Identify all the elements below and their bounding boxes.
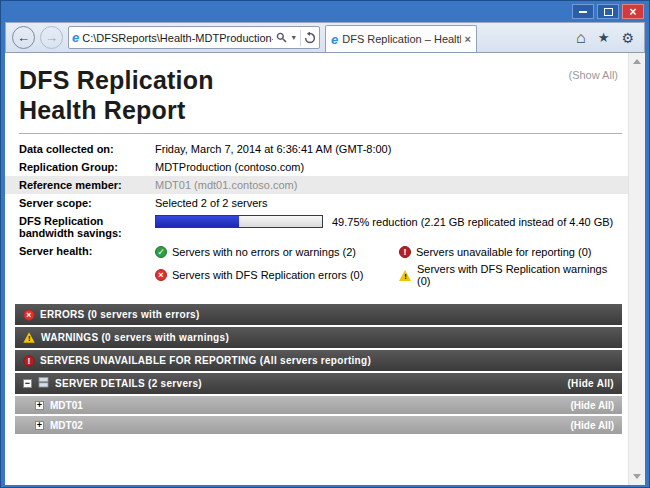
back-icon: ← (17, 30, 30, 45)
health-item-warning: ! Servers with DFS Replication warnings … (399, 263, 622, 287)
field-label: DFS Replication bandwidth savings: (5, 215, 155, 239)
tab-favicon: e (331, 33, 338, 46)
error-icon: × (155, 269, 167, 281)
field-value: MDT01 (mdt01.contoso.com) (155, 179, 628, 191)
section-bar-errors[interactable]: × ERRORS (0 servers with errors) (15, 304, 622, 325)
close-icon: × (629, 6, 636, 18)
forward-button[interactable]: → (40, 26, 63, 49)
server-row-mdt01[interactable]: + MDT01 (Hide All) (15, 396, 622, 414)
server-name: MDT01 (50, 400, 83, 411)
unavailable-icon: ! (23, 355, 34, 366)
scroll-down-icon (633, 474, 641, 479)
minimize-button[interactable] (572, 4, 594, 19)
show-all-link[interactable]: (Show All) (568, 69, 618, 81)
field-row-replication-group: Replication Group: MDTProduction (contos… (5, 158, 628, 176)
field-label: Replication Group: (5, 161, 155, 173)
page-icon: e (72, 31, 79, 44)
tools-button[interactable]: ⚙ (621, 31, 634, 45)
section-bar-warnings[interactable]: ! WARNINGS (0 servers with warnings) (15, 327, 622, 348)
server-name: MDT02 (50, 420, 83, 431)
server-row-mdt02[interactable]: + MDT02 (Hide All) (15, 416, 622, 434)
field-label: Server health: (5, 245, 155, 257)
scroll-up-button[interactable] (633, 53, 641, 70)
browser-tab[interactable]: e DFS Replication – Health Re... × (325, 25, 477, 52)
field-row-data-collected: Data collected on: Friday, March 7, 2014… (5, 140, 628, 158)
section-bar-server-details[interactable]: − SERVER DETAILS (2 servers) (Hide All) (15, 373, 622, 394)
tab-close-button[interactable]: × (465, 33, 471, 45)
scroll-down-button[interactable] (633, 468, 641, 485)
health-item-ok: ✓ Servers with no errors or warnings (2) (155, 246, 393, 258)
field-value: MDTProduction (contoso.com) (155, 161, 628, 173)
field-row-server-scope: Server scope: Selected 2 of 2 servers (5, 194, 628, 212)
address-bar[interactable]: e C:\DFSReports\Health-MDTProduction-07M… (68, 26, 320, 49)
hide-all-link[interactable]: (Hide All) (570, 420, 614, 431)
server-icon (38, 377, 49, 390)
tab-title: DFS Replication – Health Re... (342, 33, 460, 45)
section-title: SERVER DETAILS (2 servers) (55, 378, 202, 389)
page-content: DFS ReplicationHealth Report (Show All) … (5, 53, 645, 485)
browser-window: × ← → e C:\DFSReports\Health-MDTProducti… (0, 0, 650, 488)
section-bar-unavailable[interactable]: ! SERVERS UNAVAILABLE FOR REPORTING (All… (15, 350, 622, 371)
report-header: DFS ReplicationHealth Report (Show All) (5, 53, 628, 125)
home-button[interactable]: ⌂ (576, 30, 586, 46)
close-button[interactable]: × (622, 4, 644, 19)
hide-all-link[interactable]: (Hide All) (570, 400, 614, 411)
field-label: Reference member: (5, 179, 155, 191)
navigation-bar: ← → e C:\DFSReports\Health-MDTProduction… (5, 22, 645, 53)
expand-icon[interactable]: + (35, 421, 44, 430)
bandwidth-fill (156, 216, 239, 227)
field-label: Data collected on: (5, 143, 155, 155)
health-item-error: × Servers with DFS Replication errors (0… (155, 263, 393, 287)
favorites-button[interactable]: ★ (598, 31, 610, 44)
bandwidth-text: 49.75% reduction (2.21 GB replicated ins… (332, 216, 613, 228)
refresh-icon[interactable] (304, 32, 316, 44)
warning-icon: ! (23, 332, 35, 342)
health-text: Servers with no errors or warnings (2) (172, 246, 356, 258)
ok-icon: ✓ (155, 246, 167, 258)
address-dropdown-icon[interactable]: ▼ (290, 34, 297, 41)
health-text: Servers with DFS Replication errors (0) (172, 269, 363, 281)
health-text: Servers unavailable for reporting (0) (416, 246, 591, 258)
expand-icon[interactable]: + (35, 401, 44, 410)
error-icon: × (23, 309, 34, 320)
field-row-server-health: Server health: ✓ Servers with no errors … (5, 242, 628, 290)
collapse-icon[interactable]: − (23, 379, 32, 388)
header-divider (19, 133, 622, 134)
report-page: DFS ReplicationHealth Report (Show All) … (5, 53, 628, 485)
page-title: DFS ReplicationHealth Report (19, 65, 618, 125)
minimize-icon (579, 11, 587, 13)
address-url[interactable]: C:\DFSReports\Health-MDTProduction-07M (82, 32, 273, 44)
vertical-scrollbar[interactable] (628, 53, 645, 485)
hide-all-link[interactable]: (Hide All) (567, 378, 614, 389)
warning-icon: ! (399, 270, 412, 281)
field-label: Server scope: (5, 197, 155, 209)
unavailable-icon: ! (399, 246, 411, 258)
back-button[interactable]: ← (12, 26, 35, 49)
maximize-icon (604, 8, 613, 16)
forward-icon: → (45, 30, 58, 45)
section-title: WARNINGS (0 servers with warnings) (41, 332, 229, 343)
section-title: ERRORS (0 servers with errors) (40, 309, 200, 320)
browser-controls: ⌂ ★ ⚙ (576, 30, 638, 46)
scroll-up-icon (633, 59, 641, 64)
health-item-unavailable: ! Servers unavailable for reporting (0) (399, 246, 622, 258)
section-title: SERVERS UNAVAILABLE FOR REPORTING (All s… (40, 355, 371, 366)
bandwidth-bar (155, 215, 323, 228)
report-sections: × ERRORS (0 servers with errors) ! WARNI… (15, 304, 622, 434)
field-value: Selected 2 of 2 servers (155, 197, 628, 209)
field-row-reference-member: Reference member: MDT01 (mdt01.contoso.c… (5, 176, 628, 194)
titlebar[interactable]: × (5, 1, 645, 22)
maximize-button[interactable] (597, 4, 619, 19)
health-text: Servers with DFS Replication warnings (0… (417, 263, 622, 287)
health-grid: ✓ Servers with no errors or warnings (2)… (155, 245, 628, 287)
address-separator (300, 30, 301, 46)
field-value: Friday, March 7, 2014 at 6:36:41 AM (GMT… (155, 143, 628, 155)
bandwidth-value: 49.75% reduction (2.21 GB replicated ins… (155, 215, 628, 228)
search-icon[interactable] (276, 32, 287, 43)
field-row-bandwidth: DFS Replication bandwidth savings: 49.75… (5, 212, 628, 242)
